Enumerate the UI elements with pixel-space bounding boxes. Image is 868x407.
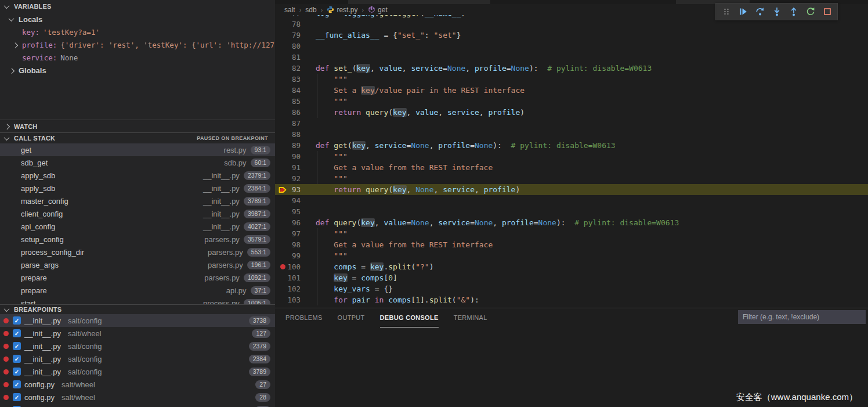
code-line[interactable]: 89def get(key, service=None, profile=Non…	[275, 140, 868, 151]
breakpoint-item[interactable]: ✓__init__.pysalt/config2384	[0, 352, 275, 365]
code-line[interactable]: 85 """	[275, 96, 868, 107]
code-token: (	[452, 296, 457, 304]
continue-button[interactable]	[735, 4, 751, 19]
breakpoint-line-badge: 2384	[249, 355, 270, 363]
code-token	[316, 284, 334, 293]
call-stack-frame[interactable]: master_config__init__.py3789:1	[0, 195, 275, 207]
restart-button[interactable]	[802, 4, 819, 19]
code-line[interactable]: 99 """	[275, 250, 868, 261]
stop-button[interactable]	[819, 4, 836, 19]
code-line[interactable]: 83 """	[275, 74, 868, 85]
call-stack-frame[interactable]: client_config__init__.py3987:1	[0, 207, 275, 220]
code-token: ,	[434, 185, 443, 194]
breakpoint-checkbox[interactable]: ✓	[13, 368, 21, 376]
breakpoint-item[interactable]: ✓__init__.pysalt/config3789	[0, 365, 275, 378]
tab-problems[interactable]: PROBLEMS	[285, 308, 323, 327]
call-stack-frame[interactable]: process_config_dirparsers.py553:1	[0, 246, 275, 258]
code-line[interactable]: 86 return query(key, value, service, pro…	[275, 107, 868, 118]
frame-location: sdb.py60:1	[224, 159, 270, 167]
code-line[interactable]: 94	[275, 195, 868, 206]
breadcrumb-item-salt[interactable]: salt	[284, 6, 295, 14]
call-stack-frame[interactable]: sdb_getsdb.py60:1	[0, 156, 275, 169]
step-out-button[interactable]	[785, 4, 802, 19]
breakpoint-dot-icon	[3, 318, 9, 323]
tab-terminal[interactable]: TERMINAL	[454, 308, 487, 327]
code-line[interactable]: 95	[275, 206, 868, 217]
code-line[interactable]: 98 Get a value from the REST interface	[275, 239, 868, 250]
call-stack-frame[interactable]: startprocess.py1005:1	[0, 297, 275, 304]
call-stack-frame[interactable]: api_config__init__.py4027:1	[0, 220, 275, 233]
breadcrumb-label: get	[378, 6, 388, 14]
breakpoint-file: __init__.py	[24, 316, 61, 325]
code-line[interactable]: 87	[275, 118, 868, 129]
breakpoint-checkbox[interactable]: ✓	[13, 393, 21, 401]
call-stack-frame[interactable]: parse_argsparsers.py196:1	[0, 258, 275, 271]
call-stack-frame[interactable]: prepareparsers.py1092:1	[0, 271, 275, 284]
breakpoint-checkbox[interactable]: ✓	[13, 329, 21, 337]
code-token: service	[411, 64, 443, 73]
code-token: """	[334, 251, 347, 260]
breakpoint-file: __init__.py	[24, 329, 61, 338]
code-line[interactable]: 88	[275, 129, 868, 140]
variable-row[interactable]: profile:{'driver': 'rest', 'testKey': {'…	[0, 38, 275, 51]
code-token: log	[316, 15, 329, 17]
code-line[interactable]: 93 return query(key, None, service, prof…	[275, 184, 868, 195]
breakpoint-item[interactable]: ✓__init__.pysalt/config2379	[0, 340, 275, 352]
line-number: 80	[275, 41, 301, 52]
code-token: value	[415, 108, 438, 117]
call-stack-frame[interactable]: apply_sdb__init__.py2379:1	[0, 169, 275, 182]
call-stack-frame[interactable]: apply_sdb__init__.py2384:1	[0, 182, 275, 195]
variables-header[interactable]: VARIABLES	[0, 0, 275, 13]
watch-header[interactable]: WATCH	[0, 120, 275, 132]
code-line[interactable]: 100 comps = key.split("?")	[275, 261, 868, 272]
debug-console-filter-input[interactable]	[738, 310, 866, 324]
chevron-down-icon	[4, 3, 10, 9]
breakpoint-checkbox[interactable]: ✓	[13, 355, 21, 363]
breakpoint-checkbox[interactable]: ✓	[13, 380, 21, 388]
code-line[interactable]: 79__func_alias__ = {"set_": "set"}	[275, 30, 868, 41]
line-number: 81	[275, 52, 301, 63]
code-line[interactable]: 103 for pair in comps[1].split("&"):	[275, 294, 868, 305]
breakpoint-item[interactable]: ✓__init__.pysalt/wheel127	[0, 327, 275, 340]
breakpoint-checkbox[interactable]: ✓	[13, 342, 21, 350]
breadcrumb-item-sdb[interactable]: sdb	[305, 6, 316, 14]
code-line[interactable]: 101 key = comps[0]	[275, 272, 868, 283]
code-line[interactable]: 96def query(key, value=None, service=Non…	[275, 217, 868, 228]
code-line[interactable]: 90 """	[275, 151, 868, 162]
code-line[interactable]: 84 Set a key/value pair in the REST inte…	[275, 85, 868, 96]
code-editor[interactable]: 77log = logging.getLogger(__name__)7879_…	[275, 15, 868, 308]
call-stack-header[interactable]: CALL STACK PAUSED ON BREAKPOINT	[0, 132, 275, 143]
scope-globals[interactable]: Globals	[0, 64, 275, 77]
variable-row[interactable]: key:'testKey?a=1'	[0, 26, 275, 38]
code-token: comps	[388, 296, 411, 304]
call-stack-frame[interactable]: getrest.py93:1	[0, 143, 275, 156]
line-number: 78	[275, 19, 301, 30]
breakpoint-item[interactable]: ✓config.pysalt/wheel27	[0, 378, 275, 391]
breakpoints-header[interactable]: BREAKPOINTS	[0, 304, 275, 314]
breadcrumb-item-rest-py[interactable]: rest.py	[327, 6, 357, 14]
breakpoint-item[interactable]: ✓config.pysalt/wheel28	[0, 391, 275, 404]
frame-function-name: prepare	[21, 273, 47, 282]
code-line[interactable]: 82def set_(key, value, service=None, pro…	[275, 63, 868, 74]
step-over-button[interactable]	[751, 4, 768, 19]
tab-debug-console[interactable]: DEBUG CONSOLE	[380, 308, 439, 327]
call-stack-frame[interactable]: prepareapi.py37:1	[0, 284, 275, 297]
code-line[interactable]: 80	[275, 41, 868, 52]
globals-label: Globals	[19, 66, 46, 75]
editor-region: salt›sdb›rest.py›get 77log = logging.get…	[275, 0, 868, 407]
breadcrumb-item-get[interactable]: get	[368, 6, 388, 14]
breakpoint-checkbox[interactable]: ✓	[13, 316, 21, 325]
code-line[interactable]: 92 """	[275, 173, 868, 184]
code-line[interactable]: 81	[275, 52, 868, 63]
breakpoint-item[interactable]: ✓config.pysalt/wheel29	[0, 404, 275, 407]
step-into-button[interactable]	[768, 4, 785, 19]
code-line[interactable]: 102 key_vars = {}	[275, 283, 868, 294]
call-stack-frame[interactable]: setup_configparsers.py3579:1	[0, 233, 275, 246]
scope-locals[interactable]: Locals	[0, 13, 275, 26]
breakpoint-item[interactable]: ✓__init__.pysalt/config3738	[0, 314, 275, 327]
code-token	[316, 273, 334, 282]
code-line[interactable]: 91 Get a value from the REST interface	[275, 162, 868, 173]
tab-output[interactable]: OUTPUT	[338, 308, 365, 327]
variable-row[interactable]: service:None	[0, 51, 275, 64]
code-line[interactable]: 97 """	[275, 228, 868, 239]
